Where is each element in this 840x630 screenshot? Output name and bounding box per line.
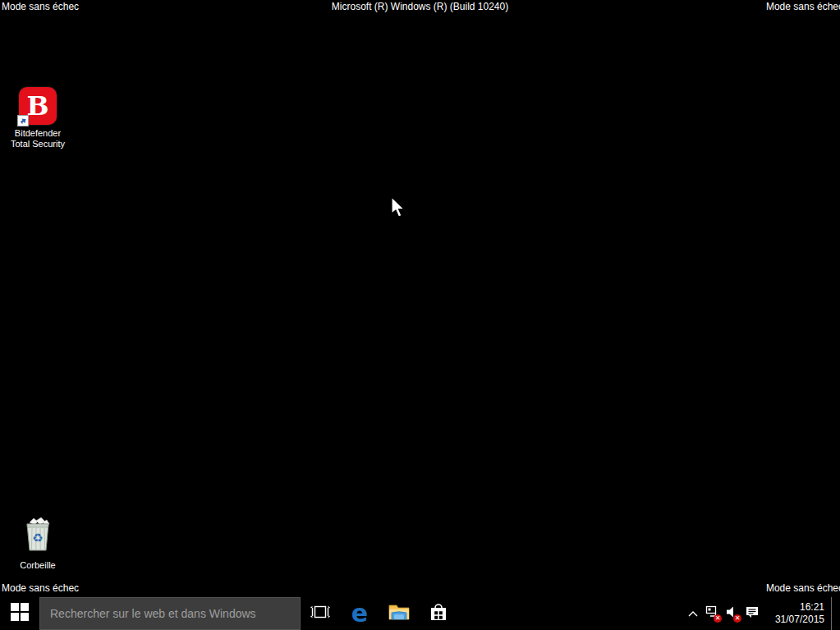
taskbar-clock[interactable]: 16:21 31/07/2015	[762, 597, 831, 630]
desktop: Mode sans échec Microsoft (R) Windows (R…	[0, 0, 840, 630]
safe-mode-watermark-bottom-left: Mode sans échec	[2, 582, 79, 594]
desktop-icon-label: Corbeille	[20, 560, 55, 571]
safe-mode-watermark-top-left: Mode sans échec	[2, 1, 79, 12]
windows-start-icon	[11, 603, 29, 624]
task-view-icon	[310, 603, 331, 624]
desktop-icon-bitdefender[interactable]: B Bitdefender Total Security	[3, 87, 72, 149]
task-view-button[interactable]	[301, 597, 340, 630]
safe-mode-watermark-bottom-right: Mode sans échec	[766, 582, 840, 594]
chevron-up-icon	[687, 606, 699, 621]
taskbar: e	[0, 597, 840, 630]
desktop-icon-label: Bitdefender	[11, 128, 65, 139]
error-badge-icon: ✕	[733, 614, 741, 623]
desktop-icon-recycle-bin[interactable]: ♻ Corbeille	[3, 516, 72, 571]
file-explorer-button[interactable]	[379, 597, 419, 630]
show-desktop-button[interactable]	[831, 597, 840, 630]
mouse-cursor	[390, 196, 408, 223]
safe-mode-watermark-top-right: Mode sans échec	[766, 1, 840, 12]
shortcut-arrow-icon	[17, 115, 29, 126]
clock-time: 16:21	[800, 601, 824, 614]
store-icon	[429, 601, 448, 626]
store-button[interactable]	[419, 597, 458, 630]
taskbar-search-box[interactable]	[39, 597, 301, 630]
network-status-button[interactable]: ✕	[703, 597, 723, 630]
desktop-icon-label: Total Security	[11, 139, 65, 149]
start-button[interactable]	[0, 597, 39, 630]
action-center-icon	[745, 605, 760, 623]
bitdefender-icon: B	[19, 87, 57, 125]
edge-icon: e	[351, 601, 368, 626]
tray-chevron-button[interactable]	[683, 597, 703, 630]
clock-date: 31/07/2015	[775, 614, 824, 626]
error-badge-icon: ✕	[714, 614, 722, 623]
windows-build-watermark: Microsoft (R) Windows (R) (Build 10240)	[332, 1, 508, 12]
file-explorer-icon	[388, 602, 411, 625]
search-input[interactable]	[40, 598, 300, 629]
action-center-button[interactable]	[742, 597, 762, 630]
edge-button[interactable]: e	[340, 597, 379, 630]
volume-button[interactable]: ✕	[723, 597, 742, 630]
svg-text:♻: ♻	[32, 531, 43, 545]
recycle-bin-icon: ♻	[21, 516, 54, 557]
system-tray: ✕ ✕	[683, 597, 840, 630]
